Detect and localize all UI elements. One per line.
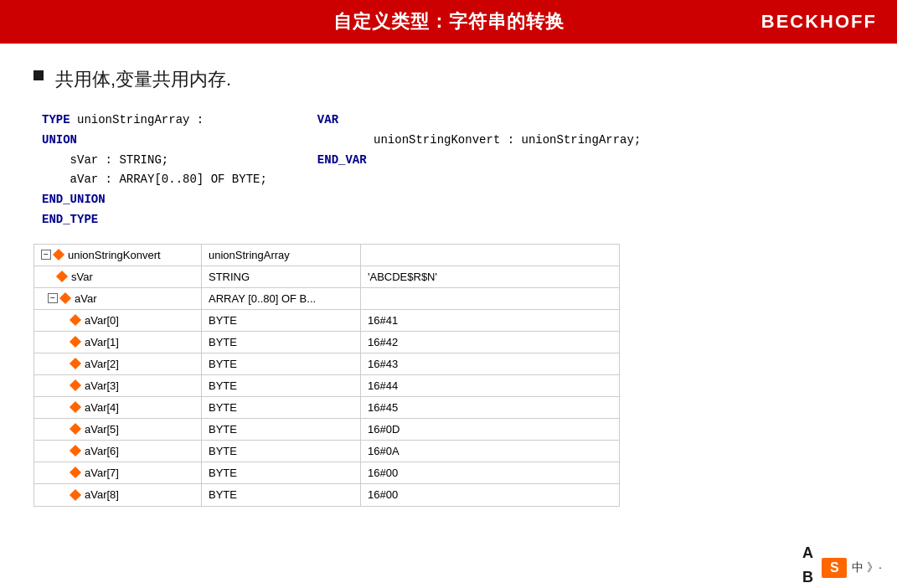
var-name-5: aVar[2] — [85, 358, 119, 370]
table-row: − unionStringKonvert unionStringArray — [34, 245, 619, 266]
col-value-1: 'ABCDE$R$N' — [361, 266, 478, 287]
var-name-11: aVar[8] — [85, 488, 119, 501]
var-icon-5 — [70, 358, 81, 369]
col-type-8: BYTE — [202, 419, 361, 440]
col-name-3: aVar[0] — [34, 310, 202, 331]
col-type-2: ARRAY [0..80] OF B... — [202, 288, 361, 309]
var-name-7: aVar[4] — [85, 401, 119, 414]
var-icon-11 — [70, 489, 81, 501]
col-name-5: aVar[2] — [34, 353, 202, 374]
col-value-0 — [361, 245, 478, 266]
collapse-icon-2[interactable]: − — [48, 293, 58, 303]
col-type-0: unionStringArray — [202, 245, 361, 266]
table-row: aVar[4] BYTE 16#45 — [34, 397, 619, 419]
arrows-svg — [34, 520, 897, 588]
variable-table: − unionStringKonvert unionStringArray sV… — [34, 244, 620, 507]
col-type-3: BYTE — [202, 310, 361, 331]
table-row: aVar[5] BYTE 16#0D — [34, 419, 619, 441]
table-row: sVar STRING 'ABCDE$R$N' — [34, 266, 619, 288]
col-type-1: STRING — [202, 266, 361, 287]
col-value-9: 16#0A — [361, 441, 478, 462]
var-name-3: aVar[0] — [85, 314, 119, 327]
var-icon-9 — [70, 445, 81, 456]
col-name-11: aVar[8] — [34, 484, 202, 506]
main-content: 共用体,变量共用内存. TYPE unionStringArray : UNIO… — [0, 44, 897, 520]
header-title: 自定义类型：字符串的转换 — [333, 9, 564, 34]
var-icon-8 — [70, 423, 81, 435]
col-name-1: sVar — [34, 266, 202, 287]
col-value-8: 16#0D — [361, 419, 478, 440]
footer-text: 中 》· — [852, 560, 882, 575]
annotation-area: A B C D E $R $N — [802, 541, 822, 588]
var-icon-7 — [70, 401, 81, 413]
col-type-6: BYTE — [202, 375, 361, 396]
col-name-9: aVar[6] — [34, 441, 202, 462]
var-icon-3 — [70, 314, 81, 326]
col-name-10: aVar[7] — [34, 462, 202, 483]
table-row: − aVar ARRAY [0..80] OF B... — [34, 288, 619, 310]
col-name-8: aVar[5] — [34, 419, 202, 440]
code-keyword-end-type: END_TYPE — [42, 213, 98, 226]
var-value-1: 'ABCDE$R$N' — [368, 271, 437, 283]
col-type-11: BYTE — [202, 484, 361, 506]
col-name-2: − aVar — [34, 288, 202, 309]
var-icon-2 — [59, 292, 71, 304]
s-icon: S — [822, 558, 847, 578]
col-type-4: BYTE — [202, 332, 361, 353]
table-section: − unionStringKonvert unionStringArray sV… — [34, 244, 863, 507]
bullet-icon — [34, 70, 44, 80]
var-name-2: aVar — [75, 292, 97, 305]
annotation-A: A — [802, 541, 822, 565]
var-name-9: aVar[6] — [85, 445, 119, 457]
var-type-2: ARRAY [0..80] OF B... — [209, 292, 316, 305]
var-type-1: STRING — [209, 271, 250, 283]
var-name-10: aVar[7] — [85, 467, 119, 479]
collapse-icon-0[interactable]: − — [41, 250, 51, 260]
col-value-4: 16#42 — [361, 332, 478, 353]
table-row: aVar[3] BYTE 16#44 — [34, 375, 619, 397]
col-name-7: aVar[4] — [34, 397, 202, 418]
var-icon-10 — [70, 467, 81, 478]
table-row: aVar[0] BYTE 16#41 — [34, 310, 619, 332]
code-keyword-type: TYPE — [42, 113, 70, 126]
code-right: VAR unionStringKonvert : unionStringArra… — [317, 111, 641, 230]
var-name-6: aVar[3] — [85, 379, 119, 392]
table-row: aVar[8] BYTE 16#00 — [34, 484, 619, 506]
var-type-0: unionStringArray — [209, 249, 290, 261]
var-name-8: aVar[5] — [85, 423, 119, 436]
code-keyword-end-var: END_VAR — [317, 153, 367, 167]
var-name-4: aVar[1] — [85, 336, 119, 348]
var-icon-1 — [56, 271, 68, 282]
bullet-point: 共用体,变量共用内存. — [34, 67, 863, 92]
var-icon-0 — [53, 249, 64, 260]
col-name-4: aVar[1] — [34, 332, 202, 353]
col-name-6: aVar[3] — [34, 375, 202, 396]
col-value-10: 16#00 — [361, 462, 478, 483]
table-row: aVar[1] BYTE 16#42 — [34, 332, 619, 353]
col-value-6: 16#44 — [361, 375, 478, 396]
col-value-7: 16#45 — [361, 397, 478, 418]
code-area: TYPE unionStringArray : UNION sVar : STR… — [34, 111, 863, 230]
col-type-10: BYTE — [202, 462, 361, 483]
code-keyword-union: UNION — [42, 133, 77, 147]
var-icon-6 — [70, 379, 81, 391]
bullet-text: 共用体,变量共用内存. — [55, 67, 231, 92]
table-row: aVar[7] BYTE 16#00 — [34, 462, 619, 484]
var-name-0: unionStringKonvert — [68, 249, 161, 261]
code-left: TYPE unionStringArray : UNION sVar : STR… — [42, 111, 267, 230]
header: 自定义类型：字符串的转换 BECKHOFF — [0, 0, 897, 44]
footer-icons: S 中 》· — [822, 558, 882, 578]
col-value-11: 16#00 — [361, 484, 478, 506]
col-type-9: BYTE — [202, 441, 361, 462]
col-value-3: 16#41 — [361, 310, 478, 331]
col-type-7: BYTE — [202, 397, 361, 418]
col-value-2 — [361, 288, 478, 309]
header-logo: BECKHOFF — [761, 11, 877, 33]
var-icon-4 — [70, 336, 81, 348]
table-row: aVar[2] BYTE 16#43 — [34, 353, 619, 375]
col-value-5: 16#43 — [361, 353, 478, 374]
table-row: aVar[6] BYTE 16#0A — [34, 441, 619, 462]
var-name-1: sVar — [71, 271, 93, 283]
col-name-0: − unionStringKonvert — [34, 245, 202, 266]
annotation-B: B — [802, 565, 822, 588]
